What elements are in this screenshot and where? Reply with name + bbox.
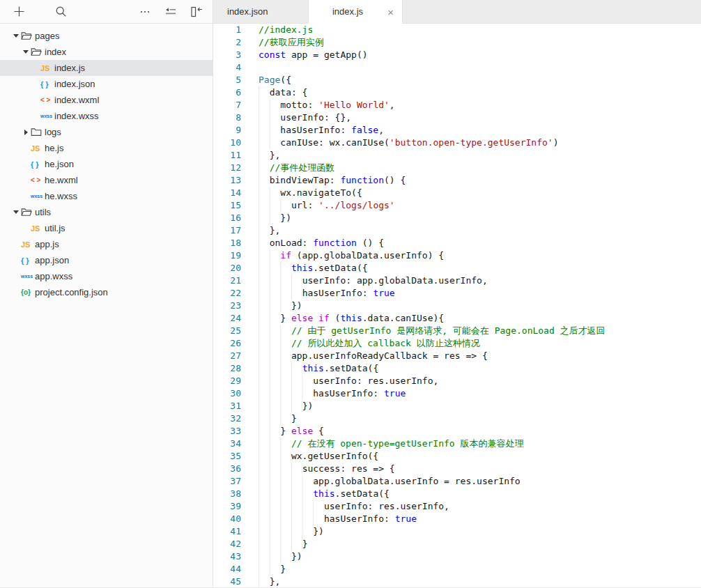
code-line: 8 userInfo: {},	[213, 111, 701, 124]
code-line: 28 this.setData({	[213, 362, 701, 375]
code-line-content: userInfo: {},	[241, 111, 351, 124]
tree-item-label: index.wxml	[54, 95, 99, 105]
line-number: 25	[213, 325, 241, 337]
code-line-content: canIUse: wx.canIUse('button.open-type.ge…	[241, 137, 559, 149]
code-line-content: } else {	[241, 425, 324, 438]
tree-item-app.js[interactable]: JSapp.js	[0, 236, 213, 252]
line-number: 16	[213, 212, 241, 224]
code-line: 22 hasUserInfo: true	[213, 287, 701, 300]
folder-open-icon	[21, 208, 32, 217]
add-button[interactable]	[11, 4, 26, 20]
folder-open-icon	[21, 31, 32, 40]
code-line: 19 if (app.globalData.userInfo) {	[213, 249, 701, 262]
arrow-spacer	[21, 144, 31, 153]
close-icon[interactable]: ×	[387, 6, 394, 17]
toggle-sidebar-icon	[190, 6, 203, 17]
code-line: 10 canIUse: wx.canIUse('button.open-type…	[213, 137, 701, 149]
tree-item-he.json[interactable]: { }he.json	[0, 156, 213, 172]
line-number: 5	[213, 74, 241, 86]
tab-index.json[interactable]: index.json	[213, 0, 308, 23]
code-line-content: //index.js	[241, 24, 313, 36]
code-editor[interactable]: 1//index.js2//获取应用实例3const app = getApp(…	[213, 24, 701, 588]
tree-item-he.wxml[interactable]: < >he.wxml	[0, 172, 213, 188]
code-line-content: bindViewTap: function() {	[241, 174, 406, 187]
code-line-content: const app = getApp()	[241, 49, 368, 61]
code-line-content: })	[241, 550, 302, 563]
toggle-sidebar-button[interactable]	[189, 4, 204, 20]
line-number: 33	[213, 425, 241, 438]
tree-item-label: app.json	[35, 255, 69, 265]
tree-item-index.wxml[interactable]: < >index.wxml	[0, 92, 213, 108]
code-line-content: this.setData({	[241, 488, 390, 500]
code-line-content: hasUserInfo: true	[241, 287, 395, 300]
code-line-content: userInfo: app.globalData.userInfo,	[241, 274, 488, 287]
line-number: 9	[213, 124, 241, 137]
arrow-spacer	[11, 272, 21, 281]
code-line: 45 },	[213, 575, 701, 588]
code-line-content: this.setData({	[241, 362, 378, 375]
tree-item-label: he.json	[45, 159, 74, 169]
code-line-content: })	[241, 300, 302, 312]
tree-item-logs[interactable]: logs	[0, 124, 213, 140]
chevron-right-icon[interactable]	[21, 127, 31, 137]
code-line-content: },	[241, 575, 280, 588]
tree-item-app.wxss[interactable]: wxssapp.wxss	[0, 268, 213, 284]
code-line: 39 userInfo: res.userInfo,	[213, 500, 701, 513]
code-line: 23 })	[213, 300, 701, 312]
tree-item-utils[interactable]: utils	[0, 204, 213, 220]
wxss-file-icon: wxss	[40, 114, 54, 118]
code-line-content: }	[241, 412, 297, 425]
code-line-content: //获取应用实例	[241, 36, 324, 49]
code-line: 32 }	[213, 412, 701, 425]
line-number: 34	[213, 438, 241, 450]
line-number: 32	[213, 412, 241, 425]
search-button[interactable]	[53, 4, 68, 20]
line-number: 27	[213, 350, 241, 362]
code-line-content: hasUserInfo: true	[241, 513, 417, 525]
arrow-spacer	[11, 256, 21, 265]
line-number: 42	[213, 538, 241, 550]
line-number: 43	[213, 550, 241, 563]
line-number: 38	[213, 488, 241, 500]
collapse-all-button[interactable]	[163, 4, 178, 20]
tree-item-pages[interactable]: pages	[0, 28, 213, 44]
tree-item-index[interactable]: index	[0, 44, 213, 60]
tree-item-index.json[interactable]: { }index.json	[0, 76, 213, 92]
code-line: 11 },	[213, 149, 701, 162]
line-number: 35	[213, 450, 241, 463]
tree-item-label: he.wxml	[45, 175, 78, 185]
tab-label: index.json	[227, 6, 268, 17]
tree-item-he.wxss[interactable]: wxsshe.wxss	[0, 188, 213, 204]
sidebar-toolbar	[0, 0, 213, 24]
add-icon	[13, 6, 25, 17]
code-line-content: onLoad: function () {	[241, 237, 384, 249]
tab-index.js[interactable]: index.js×	[308, 0, 403, 24]
tree-item-label: index	[45, 47, 66, 57]
tree-item-index.js[interactable]: JSindex.js	[0, 60, 213, 76]
tree-item-util.js[interactable]: JSutil.js	[0, 220, 213, 236]
tree-item-app.json[interactable]: { }app.json	[0, 252, 213, 268]
arrow-spacer	[11, 288, 21, 297]
tree-item-index.wxss[interactable]: wxssindex.wxss	[0, 108, 213, 124]
chevron-down-icon[interactable]	[11, 208, 21, 217]
chevron-down-icon[interactable]	[21, 47, 31, 57]
code-line-content: }	[241, 563, 286, 575]
more-button[interactable]	[137, 4, 153, 20]
code-line: 29 userInfo: res.userInfo,	[213, 375, 701, 387]
tree-item-project.config.json[interactable]: {o}project.config.json	[0, 284, 213, 300]
arrow-spacer	[31, 95, 40, 105]
code-line: 44 }	[213, 563, 701, 575]
json-file-icon: { }	[31, 160, 45, 169]
arrow-spacer	[21, 160, 31, 169]
tab-bar: index.jsonindex.js×	[213, 0, 701, 24]
tree-item-he.js[interactable]: JShe.js	[0, 140, 213, 156]
code-line-content: this.setData({	[241, 262, 368, 274]
line-number: 7	[213, 99, 241, 111]
code-line: 37 app.globalData.userInfo = res.userInf…	[213, 475, 701, 488]
line-number: 8	[213, 111, 241, 124]
chevron-down-icon[interactable]	[11, 31, 21, 41]
code-line-content: wx.navigateTo({	[241, 187, 362, 199]
wxss-file-icon: wxss	[21, 274, 35, 279]
line-number: 41	[213, 525, 241, 538]
tab-label: index.js	[332, 6, 363, 17]
